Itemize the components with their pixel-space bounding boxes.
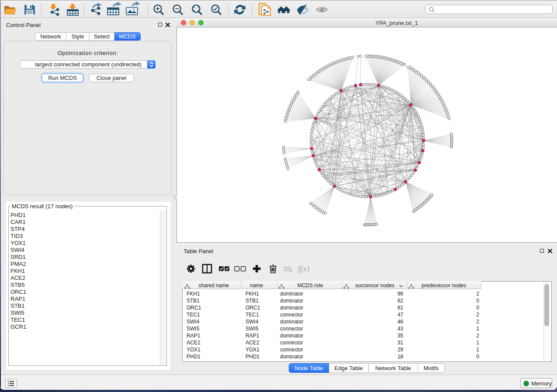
svg-text:f(x): f(x) — [298, 264, 309, 274]
